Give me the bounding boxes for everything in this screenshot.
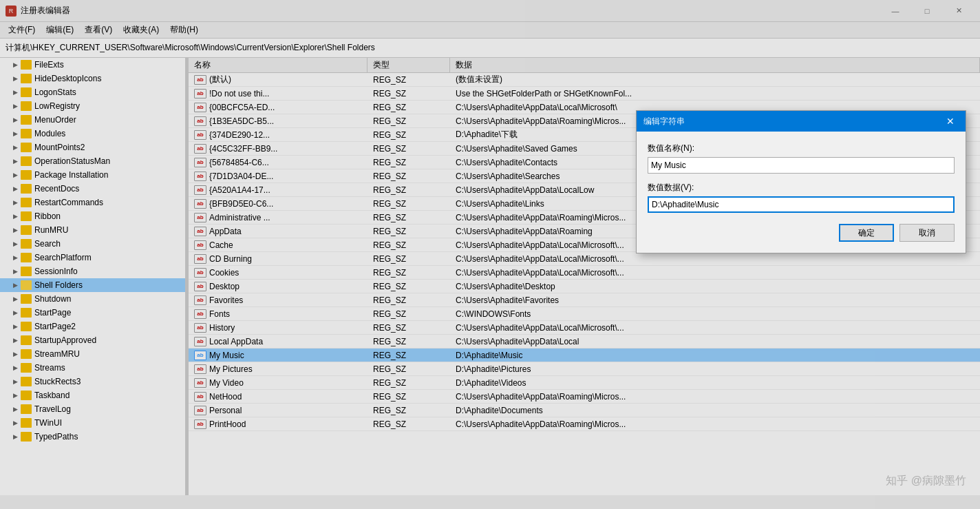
dialog-title-bar: 编辑字符串 ✕ [637, 111, 966, 132]
dialog-data-input[interactable] [648, 196, 955, 213]
dialog-cancel-button[interactable]: 取消 [899, 224, 955, 242]
dialog-buttons: 确定 取消 [648, 221, 955, 242]
dialog-close-button[interactable]: ✕ [942, 113, 959, 129]
dialog-ok-button[interactable]: 确定 [839, 224, 894, 242]
dialog-name-input[interactable] [648, 157, 955, 174]
edit-string-dialog: 编辑字符串 ✕ 数值名称(N): 数值数据(V): 确定 取消 [636, 110, 966, 253]
dialog-overlay: 编辑字符串 ✕ 数值名称(N): 数值数据(V): 确定 取消 [0, 0, 980, 509]
dialog-body: 数值名称(N): 数值数据(V): 确定 取消 [637, 132, 966, 253]
dialog-data-label: 数值数据(V): [648, 182, 955, 194]
dialog-name-label: 数值名称(N): [648, 143, 955, 154]
dialog-title: 编辑字符串 [643, 116, 685, 127]
